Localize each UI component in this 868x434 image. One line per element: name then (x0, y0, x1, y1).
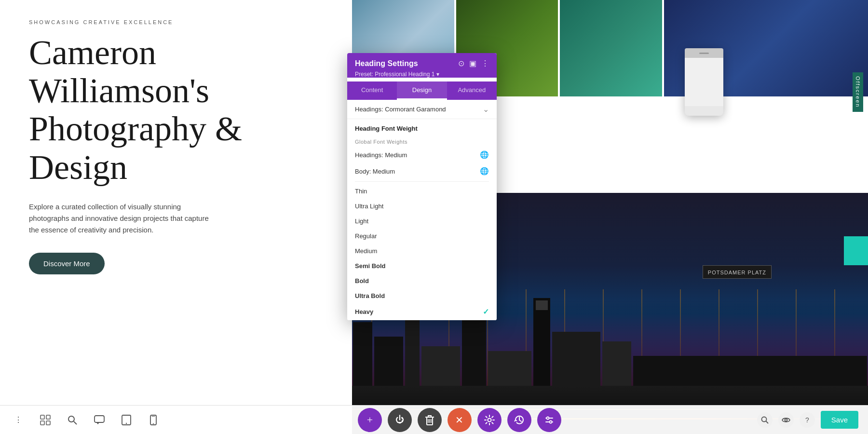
teal-accent-block (844, 236, 868, 265)
toolbar-settings-button[interactable] (477, 408, 502, 432)
weight-bold[interactable]: Bold (347, 273, 497, 288)
dots-icon: ⋮ (14, 415, 22, 424)
offscreen-label: Offscreen (853, 72, 863, 112)
toolbar-adjust-button[interactable] (537, 408, 561, 432)
panel-more-icon[interactable]: ⋮ (481, 59, 489, 68)
font-weight-list: Global Font Weights Headings: Medium 🌐 B… (347, 136, 497, 320)
svg-point-20 (549, 420, 552, 423)
bottom-toolbar: ⋮ (0, 405, 868, 434)
building-3 (405, 308, 420, 394)
panel-header-icons: ⊙ ▣ ⋮ (458, 59, 489, 68)
building-1 (353, 322, 372, 394)
toolbar-left: ⋮ (10, 411, 162, 429)
potsdamer-sign: POTSDAMER PLATZ (703, 265, 772, 279)
device-top-bar (685, 48, 723, 58)
svg-point-16 (488, 418, 491, 421)
weight-thin[interactable]: Thin (347, 184, 497, 199)
svg-line-22 (766, 421, 768, 423)
global-font-weights-label: Global Font Weights (347, 136, 497, 147)
toolbar-phone-button[interactable] (145, 411, 162, 429)
svg-rect-3 (46, 421, 50, 425)
toolbar-close-button[interactable]: ✕ (448, 408, 472, 432)
building-5 (462, 317, 486, 394)
toolbar-search-right-button[interactable] (757, 412, 773, 428)
tab-content[interactable]: Content (347, 81, 397, 100)
close-icon: ✕ (455, 414, 463, 426)
power-icon: ⏻ (395, 415, 404, 425)
body-medium-label: Body: Medium (355, 168, 395, 175)
panel-preset-label[interactable]: Preset: Professional Heading 1 ▾ (355, 71, 489, 78)
panel-header: Heading Settings ⊙ ▣ ⋮ Preset: Professio… (347, 53, 497, 78)
svg-rect-6 (95, 416, 104, 422)
svg-rect-2 (46, 415, 50, 419)
font-family-row[interactable]: Headings: Cormorant Garamond ⌄ (347, 100, 497, 119)
add-icon: + (367, 414, 373, 426)
toolbar-add-button[interactable]: + (358, 408, 382, 432)
potsdamer-text: POTSDAMER PLATZ (708, 270, 766, 275)
svg-point-21 (761, 417, 766, 421)
settings-icon (484, 415, 495, 425)
toolbar-grid-button[interactable] (37, 411, 54, 429)
svg-marker-7 (96, 422, 99, 424)
font-weight-headings-medium[interactable]: Headings: Medium 🌐 (347, 147, 497, 163)
weight-semi-bold[interactable]: Semi Bold (347, 258, 497, 273)
device-screen (685, 58, 723, 106)
building-image (560, 0, 662, 96)
toolbar-tablet-button[interactable] (118, 411, 135, 429)
svg-point-4 (68, 416, 74, 422)
tab-design[interactable]: Design (397, 81, 447, 100)
toolbar-help-button[interactable]: ? (800, 412, 815, 428)
building-antenna (536, 300, 548, 310)
help-icon: ? (805, 416, 809, 424)
body-globe-icon: 🌐 (480, 167, 489, 176)
panel-layout-icon[interactable]: ▣ (469, 59, 476, 68)
phone-icon (150, 415, 157, 425)
svg-point-19 (546, 417, 549, 419)
font-family-chevron: ⌄ (483, 105, 489, 114)
tab-advanced[interactable]: Advanced (447, 81, 497, 100)
panel-title-row: Heading Settings ⊙ ▣ ⋮ (355, 59, 489, 68)
font-family-label: Headings: Cormorant Garamond (355, 106, 446, 113)
device-camera (699, 53, 709, 54)
toolbar-dots-button[interactable]: ⋮ (10, 411, 27, 429)
panel-reset-icon[interactable]: ⊙ (458, 59, 464, 68)
toolbar-history-button[interactable] (507, 408, 531, 432)
search-right-icon (761, 416, 769, 424)
building-tall (533, 298, 550, 394)
left-content-area: SHOWCASING CREATIVE EXCELLENCE Cameron W… (0, 0, 352, 434)
toolbar-delete-button[interactable] (418, 408, 442, 432)
weight-light[interactable]: Light (347, 214, 497, 229)
weight-regular[interactable]: Regular (347, 229, 497, 244)
trash-icon (425, 415, 434, 425)
weight-heavy[interactable]: Heavy ✓ (347, 303, 497, 320)
toolbar-eye-button[interactable] (778, 412, 794, 428)
weight-ultra-bold[interactable]: Ultra Bold (347, 288, 497, 303)
save-button[interactable]: Save (821, 411, 858, 429)
heading-settings-panel: Heading Settings ⊙ ▣ ⋮ Preset: Professio… (347, 53, 497, 320)
divider (355, 181, 489, 182)
page-description: Explore a curated collection of visually… (29, 201, 212, 236)
weight-ultra-light[interactable]: Ultra Light (347, 199, 497, 214)
panel-body: Headings: Cormorant Garamond ⌄ Heading F… (347, 100, 497, 320)
toolbar-comment-button[interactable] (91, 411, 108, 429)
headings-globe-icon: 🌐 (480, 150, 489, 159)
svg-point-9 (126, 422, 127, 423)
svg-point-23 (785, 419, 787, 421)
headings-medium-label: Headings: Medium (355, 151, 407, 159)
search-left-icon (68, 415, 77, 425)
svg-point-11 (153, 423, 154, 424)
svg-line-5 (74, 421, 77, 424)
weight-medium[interactable]: Medium (347, 244, 497, 258)
comment-icon (94, 415, 105, 425)
font-weight-body-medium[interactable]: Body: Medium 🌐 (347, 163, 497, 179)
panel-title: Heading Settings (355, 59, 418, 68)
eye-icon (782, 417, 790, 423)
toolbar-search-left-button[interactable] (64, 411, 81, 429)
check-icon: ✓ (483, 307, 489, 316)
svg-rect-1 (41, 421, 44, 425)
page-subtitle: SHOWCASING CREATIVE EXCELLENCE (29, 19, 323, 25)
toolbar-power-button[interactable]: ⏻ (388, 408, 412, 432)
svg-rect-0 (41, 415, 44, 419)
panel-tabs: Content Design Advanced (347, 81, 497, 100)
discover-more-button[interactable]: Discover More (29, 253, 105, 274)
